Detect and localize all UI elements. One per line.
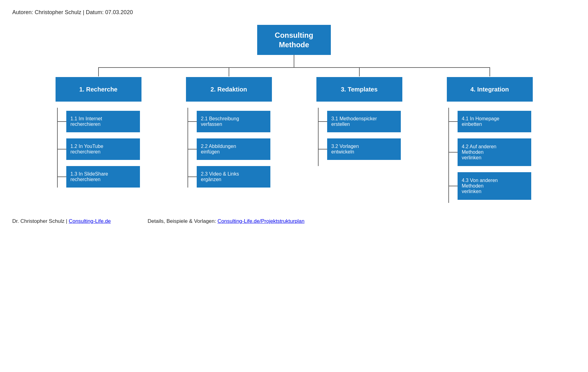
l2-label-4-3: 4.3 Von anderen Methoden verlinken bbox=[462, 178, 498, 194]
col-3: 3. Templates 3.1 Methodenspicker erstell… bbox=[294, 77, 424, 166]
l2-label-4-2: 4.2 Auf anderen Methoden verlinken bbox=[462, 144, 497, 161]
root-drop-line bbox=[294, 55, 294, 67]
col-2: 2. Redaktion 2.1 Beschreibung verfassen bbox=[164, 77, 294, 188]
footer-left-link[interactable]: Consulting-Life.de bbox=[69, 218, 111, 224]
footer-right-link[interactable]: Consulting-Life.de/Projektstrukturplan bbox=[218, 218, 304, 224]
l1-label-3: 3. Templates bbox=[341, 86, 378, 93]
l2-item-2-2: 2.2 Abbildungen einfügen bbox=[188, 138, 270, 160]
l2-label-3-2: 3.2 Vorlagen entwickeln bbox=[331, 144, 359, 155]
l2-item-1-2: 1.2 In YouTube recherchieren bbox=[58, 138, 140, 160]
l2-item-4-3: 4.3 Von anderen Methoden verlinken bbox=[449, 172, 531, 200]
l2-item-2-1: 2.1 Beschreibung verfassen bbox=[188, 111, 270, 132]
header-meta: Autoren: Christopher Schulz | Datum: 07.… bbox=[12, 9, 576, 16]
l2-label-4-1: 4.1 In Homepage einbetten bbox=[462, 116, 500, 127]
l2-item-3-1: 3.1 Methodenspicker erstellen bbox=[319, 111, 401, 132]
l1-label-2: 2. Redaktion bbox=[211, 86, 247, 93]
l2-item-4-2: 4.2 Auf anderen Methoden verlinken bbox=[449, 138, 531, 166]
col-1: 1. Recherche 1.1 Im bbox=[33, 77, 164, 188]
footer-left-text: Dr. Christopher Schulz | bbox=[12, 218, 69, 224]
l1-to-l2-connector-3: 3.1 Methodenspicker erstellen 3.2 Vorlag… bbox=[318, 108, 401, 166]
l2-item-2-3: 2.3 Video & Links ergänzen bbox=[188, 166, 270, 188]
l1-label-1: 1. Recherche bbox=[79, 86, 118, 93]
l2-item-4-1: 4.1 In Homepage einbetten bbox=[449, 111, 531, 132]
l2-label-2-1: 2.1 Beschreibung verfassen bbox=[201, 116, 239, 127]
root-node: ConsultingMethode bbox=[257, 25, 331, 55]
root-label: ConsultingMethode bbox=[275, 30, 313, 49]
l2-label-1-1: 1.1 Im Internet recherchieren bbox=[71, 116, 102, 127]
footer: Dr. Christopher Schulz | Consulting-Life… bbox=[12, 218, 576, 224]
l1-node-1: 1. Recherche bbox=[56, 77, 141, 102]
l1-node-3: 3. Templates bbox=[316, 77, 402, 102]
footer-right: Details, Beispiele & Vorlagen: Consultin… bbox=[148, 218, 304, 224]
l1-node-4: 4. Integration bbox=[447, 77, 533, 102]
l1-label-4: 4. Integration bbox=[470, 86, 509, 93]
h-bar-container bbox=[33, 67, 555, 68]
cols-row: 1. Recherche 1.1 Im bbox=[33, 77, 555, 203]
l1-to-l2-connector-2: 2.1 Beschreibung verfassen 2.2 Abbildung… bbox=[188, 108, 270, 188]
h-bar bbox=[98, 67, 490, 68]
footer-right-text: Details, Beispiele & Vorlagen: bbox=[148, 218, 218, 224]
l2-item-1-3: 1.3 In SlideShare recherchieren bbox=[58, 166, 140, 188]
l2-label-3-1: 3.1 Methodenspicker erstellen bbox=[331, 116, 397, 127]
l2-label-2-2: 2.2 Abbildungen einfügen bbox=[201, 144, 236, 155]
footer-left: Dr. Christopher Schulz | Consulting-Life… bbox=[12, 218, 111, 224]
l2-label-2-3: 2.3 Video & Links ergänzen bbox=[201, 171, 239, 182]
l1-node-2: 2. Redaktion bbox=[186, 77, 272, 102]
l1-to-l2-connector-4: 4.1 In Homepage einbetten 4.2 Auf andere… bbox=[448, 108, 531, 203]
l2-item-3-2: 3.2 Vorlagen entwickeln bbox=[319, 138, 401, 160]
l1-to-l2-connector-1: 1.1 Im Internet recherchieren 1.2 In You… bbox=[57, 108, 140, 188]
l2-item-1-1: 1.1 Im Internet recherchieren bbox=[58, 111, 140, 132]
org-chart: ConsultingMethode 1. Recherche bbox=[12, 25, 576, 203]
l2-label-1-2: 1.2 In YouTube recherchieren bbox=[71, 144, 103, 155]
l2-label-1-3: 1.3 In SlideShare recherchieren bbox=[71, 171, 108, 182]
col-4: 4. Integration 4.1 In Homepage einbetten bbox=[424, 77, 555, 203]
page-container: Autoren: Christopher Schulz | Datum: 07.… bbox=[12, 9, 576, 224]
